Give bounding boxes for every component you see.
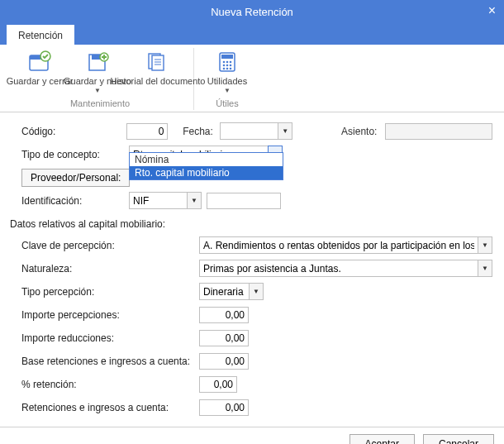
- tipo-percepcion-label: Tipo percepción:: [21, 286, 199, 298]
- base-input[interactable]: [199, 353, 249, 370]
- naturaleza-input[interactable]: [199, 260, 478, 277]
- importe-reducciones-label: Importe reducciones:: [21, 332, 199, 344]
- tipo-concepto-dropdown[interactable]: Nómina Rto. capital mobiliario: [129, 152, 283, 180]
- naturaleza-label: Naturaleza:: [21, 263, 199, 275]
- svg-point-14: [230, 61, 232, 64]
- fecha-label: Fecha:: [183, 126, 220, 137]
- tab-retencion[interactable]: Retención: [7, 23, 74, 45]
- chevron-down-icon: ▼: [94, 87, 101, 95]
- ribbon: Guardar y cerrar Guardar y nuevo ▼ Histo…: [0, 45, 504, 112]
- tabstrip: Retención: [0, 23, 504, 45]
- svg-rect-3: [92, 55, 100, 60]
- naturaleza-combo[interactable]: ▼: [199, 260, 492, 277]
- svg-rect-6: [152, 55, 164, 70]
- form-body: Código: Fecha: ▼ Asiento: Tipo de concep…: [0, 112, 504, 427]
- window-title: Nueva Retención: [211, 6, 293, 18]
- pct-label: % retención:: [21, 379, 199, 390]
- save-close-button[interactable]: Guardar y cerrar: [12, 48, 68, 97]
- clave-label: Clave de percepción:: [21, 240, 199, 251]
- save-close-icon: [26, 50, 53, 74]
- titlebar: Nueva Retención ×: [0, 0, 504, 23]
- utilities-label: Utilidades: [174, 76, 281, 87]
- svg-point-18: [223, 68, 226, 70]
- svg-rect-11: [221, 55, 233, 59]
- svg-point-20: [230, 68, 232, 70]
- asiento-label: Asiento:: [341, 126, 385, 137]
- pct-input[interactable]: [199, 376, 237, 393]
- option-nomina[interactable]: Nómina: [130, 153, 283, 166]
- history-icon: [145, 50, 171, 74]
- chevron-down-icon[interactable]: ▼: [187, 192, 202, 209]
- codigo-input[interactable]: [126, 123, 168, 140]
- svg-point-17: [230, 64, 232, 67]
- chevron-down-icon: ▼: [224, 87, 231, 95]
- svg-point-12: [223, 61, 226, 64]
- proveedor-button[interactable]: Proveedor/Personal:: [21, 169, 130, 187]
- tipo-percepcion-input[interactable]: [199, 283, 249, 300]
- ret-label: Retenciones e ingresos a cuenta:: [21, 402, 199, 413]
- chevron-down-icon[interactable]: ▼: [478, 236, 492, 254]
- importe-percepciones-label: Importe percepciones:: [21, 309, 199, 321]
- tipo-percepcion-combo[interactable]: ▼: [199, 283, 264, 300]
- tipo-concepto-label: Tipo de concepto:: [21, 149, 129, 160]
- svg-point-16: [226, 64, 229, 67]
- close-icon[interactable]: ×: [488, 3, 496, 18]
- utilities-button[interactable]: Utilidades ▼: [199, 48, 255, 97]
- fecha-input[interactable]: [220, 122, 278, 140]
- importe-reducciones-input[interactable]: [199, 330, 249, 346]
- clave-input[interactable]: [199, 236, 478, 254]
- history-button[interactable]: Historial del documento: [127, 48, 188, 97]
- chevron-down-icon[interactable]: ▼: [278, 122, 292, 140]
- importe-percepciones-input[interactable]: [199, 307, 249, 323]
- ribbon-group-utiles: Utilidades ▼ Útiles: [194, 48, 260, 110]
- section-title: Datos relativos al capital mobiliario:: [10, 218, 492, 230]
- group-mantenimiento-caption: Mantenimiento: [70, 98, 130, 110]
- identificacion-input[interactable]: [207, 193, 281, 209]
- identificacion-label: Identificación:: [21, 195, 129, 207]
- cancel-button[interactable]: Cancelar: [423, 434, 494, 444]
- group-utiles-caption: Útiles: [216, 98, 239, 110]
- ribbon-group-mantenimiento: Guardar y cerrar Guardar y nuevo ▼ Histo…: [7, 48, 194, 110]
- save-new-button[interactable]: Guardar y nuevo ▼: [69, 48, 126, 97]
- svg-point-19: [226, 68, 229, 70]
- calculator-icon: [214, 50, 240, 74]
- accept-button[interactable]: Aceptar: [349, 434, 415, 444]
- chevron-down-icon[interactable]: ▼: [249, 283, 264, 300]
- save-new-icon: [84, 50, 111, 74]
- asiento-input: [385, 123, 492, 140]
- ret-input[interactable]: [199, 399, 249, 416]
- svg-point-13: [226, 61, 229, 64]
- codigo-label: Código:: [21, 126, 126, 137]
- svg-point-15: [223, 64, 226, 67]
- identificacion-type-input[interactable]: [129, 192, 187, 209]
- chevron-down-icon[interactable]: ▼: [478, 260, 492, 277]
- option-rto-capital[interactable]: Rto. capital mobiliario: [130, 166, 283, 179]
- fecha-combo[interactable]: ▼: [220, 122, 292, 140]
- identificacion-type-combo[interactable]: ▼: [129, 192, 202, 209]
- footer: Aceptar Cancelar: [0, 427, 504, 444]
- base-label: Base retenciones e ingresos a cuenta:: [21, 356, 199, 367]
- clave-combo[interactable]: ▼: [199, 236, 492, 254]
